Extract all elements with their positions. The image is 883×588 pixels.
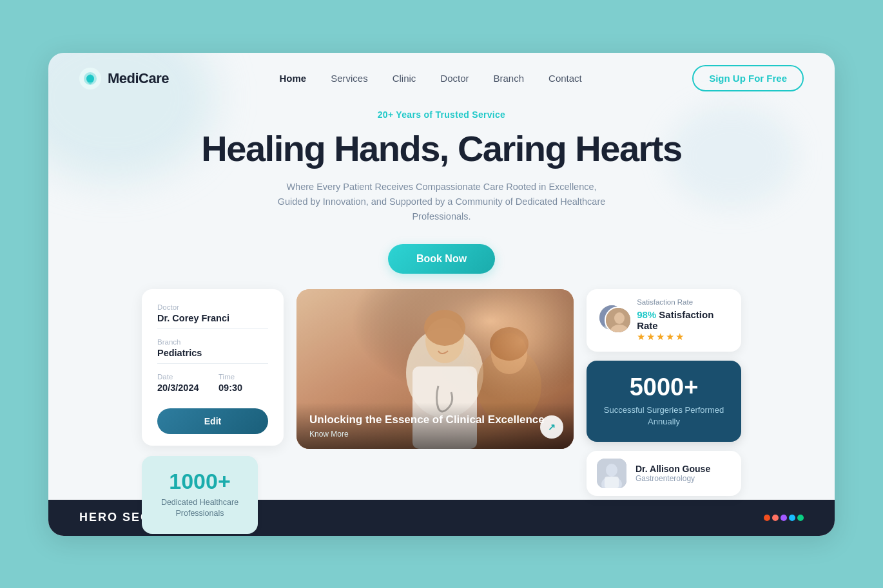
appointment-widget: Doctor Dr. Corey Franci Branch Pediatric…: [142, 289, 284, 446]
satisfaction-widget: Satisfaction Rate 98% Satisfaction Rate …: [587, 289, 741, 352]
logo-text: MediCare: [108, 70, 169, 87]
svg-point-17: [614, 312, 625, 324]
date-field: Date 20/3/2024: [157, 373, 207, 398]
doctor-name: Dr. Allison Gouse: [636, 464, 710, 474]
arrow-icon: ↗: [548, 422, 556, 432]
tagline: 20+ Years of Trusted Service: [378, 109, 505, 120]
doctor-avatar-svg: [597, 459, 626, 488]
logo[interactable]: MediCare: [79, 68, 169, 90]
navbar: MediCare Home Services Clinic Doctor Bra…: [48, 53, 835, 104]
doctor-info: Dr. Allison Gouse Gastroenterology: [636, 464, 710, 483]
date-value: 20/3/2024: [157, 383, 207, 398]
professionals-number: 1000+: [155, 470, 245, 492]
avatar-stack: [598, 304, 628, 336]
overlay-title: Unlocking the Essence of Clinical Excell…: [309, 413, 561, 427]
svg-point-20: [606, 464, 617, 477]
photo-scene: Unlocking the Essence of Clinical Excell…: [296, 289, 574, 449]
avatar-front: [605, 307, 632, 334]
nav-link-clinic: Clinic: [393, 73, 416, 84]
satisfaction-percentage: 98% Satisfaction Rate: [637, 309, 730, 331]
svg-point-11: [490, 327, 529, 361]
branch-field: Branch Pediatrics: [157, 338, 268, 364]
edit-button[interactable]: Edit: [157, 408, 268, 434]
signup-button[interactable]: Sign Up For Free: [692, 65, 804, 91]
surgery-stat-widget: 5000+ Successful Surgeries Performed Ann…: [587, 361, 741, 442]
hero-image-overlay: Unlocking the Essence of Clinical Excell…: [296, 403, 574, 449]
doctor-field: Doctor Dr. Corey Franci: [157, 303, 268, 329]
left-column: Doctor Dr. Corey Franci Branch Pediatric…: [142, 289, 284, 534]
healthcare-professionals-stat: 1000+ Dedicated Healthcare Professionals: [142, 456, 258, 534]
hero-subtitle: Where Every Patient Receives Compassiona…: [274, 180, 609, 225]
branch-value: Pediatrics: [157, 348, 268, 364]
logo-icon: [79, 68, 101, 90]
time-value: 09:30: [218, 383, 268, 398]
time-field: Time 09:30: [218, 373, 268, 398]
nav-links: Home Services Clinic Doctor Branch Conta…: [279, 73, 581, 84]
lower-section: Doctor Dr. Corey Franci Branch Pediatric…: [48, 274, 835, 534]
nav-link-doctor: Doctor: [440, 73, 469, 84]
doctor-card: Dr. Allison Gouse Gastroenterology: [587, 451, 741, 496]
hero-title: Healing Hands, Caring Hearts: [201, 129, 681, 169]
nav-item-home[interactable]: Home: [279, 73, 306, 84]
date-time-row: Date 20/3/2024 Time 09:30: [157, 373, 268, 398]
nav-link-contact: Contact: [548, 73, 582, 84]
doctor-value: Dr. Corey Franci: [157, 313, 268, 329]
time-label: Time: [218, 373, 268, 381]
nav-item-clinic[interactable]: Clinic: [393, 73, 416, 84]
star-5: ★: [675, 331, 684, 343]
satisfaction-label: Satisfaction Rate: [637, 298, 730, 306]
nav-link-branch: Branch: [494, 73, 525, 84]
star-rating: ★ ★ ★ ★ ★: [637, 331, 730, 343]
hero-section: 20+ Years of Trusted Service Healing Han…: [48, 104, 835, 274]
doctor-label: Doctor: [157, 303, 268, 311]
svg-point-10: [491, 333, 527, 374]
nav-link-services: Services: [331, 73, 368, 84]
nav-link-home: Home: [279, 73, 306, 84]
nav-item-doctor[interactable]: Doctor: [440, 73, 469, 84]
star-2: ★: [646, 331, 655, 343]
star-1: ★: [637, 331, 645, 343]
nav-item-branch[interactable]: Branch: [494, 73, 525, 84]
date-label: Date: [157, 373, 207, 381]
overlay-link: Know More: [309, 430, 561, 439]
book-now-button[interactable]: Book Now: [388, 244, 495, 274]
svg-rect-22: [605, 477, 619, 488]
arrow-button[interactable]: ↗: [540, 415, 563, 439]
surgery-description: Successful Surgeries Performed Annually: [602, 404, 726, 428]
nav-item-contact[interactable]: Contact: [548, 73, 582, 84]
star-4: ★: [666, 331, 674, 343]
surgery-number: 5000+: [602, 375, 726, 399]
star-3: ★: [656, 331, 665, 343]
satisfaction-info: Satisfaction Rate 98% Satisfaction Rate …: [637, 298, 730, 343]
nav-item-services[interactable]: Services: [331, 73, 368, 84]
doctor-avatar: [597, 459, 626, 488]
right-column: Satisfaction Rate 98% Satisfaction Rate …: [587, 289, 741, 496]
professionals-description: Dedicated Healthcare Professionals: [155, 497, 245, 520]
hero-image-container: Unlocking the Essence of Clinical Excell…: [296, 289, 574, 449]
branch-label: Branch: [157, 338, 268, 346]
hero-image: Unlocking the Essence of Clinical Excell…: [296, 289, 574, 449]
doctor-specialty: Gastroenterology: [636, 474, 710, 483]
